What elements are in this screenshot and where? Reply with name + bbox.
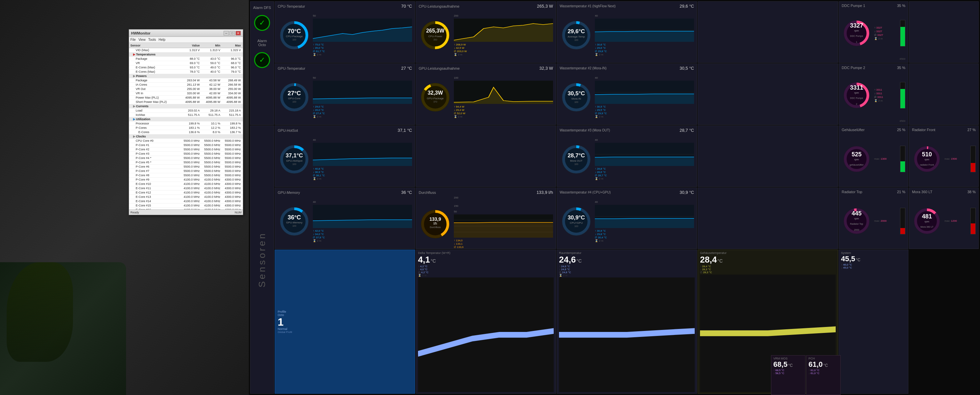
delta-temp-value: 4,1: [418, 255, 430, 265]
hwm-row[interactable]: P-Core #1 5500.0 MHz 5500.0 MHz 5500.0 M…: [129, 143, 243, 147]
gpu-temp-card: GPU-Temperatur 27 °C 27°C GPU-Core 100 5…: [275, 64, 415, 125]
cpu-power-header: CPU-Leistungsaufnahme 265,3 W: [419, 4, 553, 9]
gpu-power-body: 32,3W GPU-Package 370 100 ↑ 94,4 W ↓ 29,…: [419, 72, 553, 123]
hwm-row[interactable]: E-Core #15 4100.0 MHz 4100.0 MHz 4300.0 …: [129, 204, 243, 208]
hwm-row[interactable]: E-Core #14 4100.0 MHz 4100.0 MHz 4300.0 …: [129, 199, 243, 204]
hwmonitor-menubar: File View Tools Help: [129, 37, 243, 43]
durchfluss-card: Durchfluss 133,9 l/h 133,9 l/h Durchflus…: [416, 188, 556, 249]
svg-text:100: 100: [292, 100, 296, 103]
hwm-row[interactable]: P-Core #2 5500.0 MHz 5500.0 MHz 5500.0 M…: [129, 147, 243, 152]
hwm-row[interactable]: P-Core #8 5500.0 MHz 5500.0 MHz 5500.0 M…: [129, 173, 243, 178]
hwm-row[interactable]: E-Core #11 4100.0 MHz 4100.0 MHz 4300.0 …: [129, 186, 243, 191]
close-button[interactable]: ✕: [235, 31, 241, 35]
menu-view[interactable]: View: [138, 38, 146, 41]
water1-card: Wassertemperatur #1 (highFlow Next) 29,6…: [557, 1, 697, 63]
water3-body: 28,7°C Mora OUT 100 40 ↑ 28,8 °C ↓ 28,6 …: [560, 134, 694, 185]
hwm-row[interactable]: Package 88.0 °C 43.0 °C 96.0 °C: [129, 57, 243, 61]
radiator-front-stats: max: 1500: [945, 157, 968, 160]
gpu-memory-legend: ↑ 42,0 °C ↓ 34,0 °C ∅ 37,9 °C ⌛ 2 m: [313, 229, 412, 242]
hwm-row[interactable]: Package 263.04 W 43.58 W 268.49 W: [129, 78, 243, 83]
hwmonitor-controls[interactable]: ─ □ ✕: [224, 31, 241, 35]
gehaeuse-text: 525 rpm gehäuselüfter: [850, 151, 864, 167]
hwm-row[interactable]: VR 69.0 °C 59.0 °C 68.0 °C: [129, 61, 243, 65]
water1-gauge: 29,6°C Average-Temp 100: [560, 19, 593, 52]
mora360-stats: max: 1200: [945, 220, 968, 222]
svg-text:Mora OUT: Mora OUT: [570, 159, 582, 162]
menu-file[interactable]: File: [130, 38, 136, 41]
hwm-row[interactable]: Load 203.02 A 29.18 A 215.18 A: [129, 108, 243, 113]
minimize-button[interactable]: ─: [224, 31, 229, 35]
cpu-power-title: CPU-Leistungsaufnahme: [419, 4, 460, 8]
hwm-row[interactable]: VID (Max) 1.313 V 1.313 V 1.315 V: [129, 48, 243, 53]
hwm-row[interactable]: E-Core #12 4100.0 MHz 4100.0 MHz 4300.0 …: [129, 191, 243, 195]
alarm-octo-indicator: ✓: [254, 52, 270, 68]
col-value: Value: [180, 44, 201, 47]
radiator-front-header: Radiator Front 27 %: [912, 128, 976, 132]
alarm-dfs-indicator: ✓: [254, 15, 270, 31]
menu-help[interactable]: Help: [159, 38, 165, 41]
hwm-row[interactable]: E-Cores (Max) 78.0 °C 40.0 °C 79.0 °C: [129, 70, 243, 74]
radiator-front-text: 510 rpm radiator Front: [920, 151, 934, 167]
water2-title: Wassertemperatur #2 (Mora-IN): [560, 66, 606, 70]
gehaeuse-card: Gehäuselüfter 25 % 525 rpm gehäuselüfter: [839, 126, 908, 187]
menu-tools[interactable]: Tools: [148, 38, 156, 41]
hwm-row[interactable]: VR Out 255.00 W 38.00 W 255.00 W: [129, 87, 243, 91]
hwm-row[interactable]: E-Core #13 4100.0 MHz 4100.0 MHz 4300.0 …: [129, 195, 243, 199]
svg-marker-87: [454, 222, 553, 238]
hwm-row[interactable]: P-Core #4 * 5500.0 MHz 5500.0 MHz 5500.0…: [129, 156, 243, 160]
hwm-row[interactable]: IccMax 511.75 A 511.75 A 511.75 A: [129, 113, 243, 117]
mora360-gauge: 481 rpm Mora 360 LT: [912, 206, 942, 236]
water4-gauge: 30,9°C CPU+GPU 100: [560, 205, 593, 238]
hwm-row[interactable]: ▶Currents: [129, 104, 243, 108]
hwm-row[interactable]: E-Core #10 4100.0 MHz 4100.0 MHz 4300.0 …: [129, 182, 243, 186]
hwm-row[interactable]: ▶Powers: [129, 74, 243, 78]
radiator-front-bar: [970, 146, 976, 172]
radiator-top-text: 445 rpm Radiator Top 2000: [849, 210, 864, 232]
hwm-row[interactable]: E-Cores 136.6 % 8.0 % 136.7 %: [129, 130, 243, 134]
hwm-row[interactable]: P-Core #3 5500.0 MHz 5500.0 MHz 5500.0 M…: [129, 152, 243, 156]
profile-card[interactable]: Profile Octo 1 Normal Global Profil: [275, 250, 415, 394]
svg-text:GPU-Core: GPU-Core: [288, 97, 301, 100]
hwm-row[interactable]: VR In 320.00 W 42.00 W 334.00 W: [129, 91, 243, 96]
svg-text:133,9: 133,9: [429, 217, 441, 222]
row4-col5: [698, 188, 838, 249]
svg-text:GPU-Package: GPU-Package: [426, 97, 444, 100]
hwm-row[interactable]: Short Power Max (PL2) 4095.88 W 4095.88 …: [129, 100, 243, 104]
room-temp-card: Raumtemperatur 24,6 °C ↑ 24,6 °C ↓ 24,6 …: [557, 250, 697, 394]
water3-card: Wassertemperatur #3 (Mora OUT) 28,7 °C 2…: [557, 126, 697, 187]
gpu-memory-value: 36 °C: [401, 190, 412, 195]
svg-text:36°C: 36°C: [288, 214, 301, 221]
gpu-memory-body: 36°C GPU-Memory 100 40 ↑ 42,0 °C ↓ 34,0 …: [278, 196, 412, 247]
svg-text:100: 100: [292, 163, 296, 165]
hwm-row[interactable]: ▶Utilization: [129, 117, 243, 121]
hwm-row[interactable]: P-Cores 183.1 % 12.2 % 183.2 %: [129, 126, 243, 130]
water2-card: Wassertemperatur #2 (Mora-IN) 30,5 °C 30…: [557, 64, 697, 125]
hwm-row[interactable]: E-Cores (Max) 93.0 °C 49.0 °C 96.0 °C: [129, 65, 243, 70]
sensoren-label-container: Sensoren: [250, 126, 274, 394]
restore-button[interactable]: □: [229, 31, 235, 35]
hwm-row[interactable]: P-Core #9 4100.0 MHz 4100.0 MHz 4300.0 M…: [129, 178, 243, 182]
pch-title: PCH: [808, 357, 838, 360]
radiator-top-bar: [900, 208, 905, 234]
hwmonitor-window[interactable]: HWMonitor ─ □ ✕ File View Tools Help Sen…: [129, 29, 243, 215]
hwmonitor-content[interactable]: VID (Max) 1.313 V 1.313 V 1.315 V ▶Tempe…: [129, 48, 243, 214]
cpu-temp-body: 70°C CPU-Package 100 50 ↑ 75,0 °C ↓ 35,0…: [278, 10, 412, 61]
system-value: 45,5: [841, 255, 855, 263]
svg-text:100: 100: [292, 225, 296, 227]
hwm-row[interactable]: IA Cores 261.13 W 42.12 W 266.58 W: [129, 83, 243, 87]
alarm-column: Alarm DFS ✓ Alarm Octo ✓: [250, 1, 274, 125]
hwm-row[interactable]: P-Core #5 * 5500.0 MHz 5500.0 MHz 5500.0…: [129, 160, 243, 165]
hwm-row[interactable]: P-Core #6 5500.0 MHz 5500.0 MHz 5500.0 M…: [129, 165, 243, 169]
hwm-row[interactable]: P-Core #7 5500.0 MHz 5500.0 MHz 5500.0 M…: [129, 169, 243, 173]
svg-marker-64: [595, 157, 694, 166]
hwm-row[interactable]: ▶Temperatures: [129, 53, 243, 57]
hwm-row[interactable]: CPU Core #0 5500.0 MHz 5500.0 MHz 5500.0…: [129, 139, 243, 143]
cpu-power-gauge: 265,3W CPU-Power 350: [419, 19, 452, 52]
hwm-row[interactable]: ▶Clocks: [129, 134, 243, 139]
room-temp-title: Raumtemperatur: [559, 251, 695, 255]
gpu-power-title: GPU-Leistungsaufnahme: [419, 66, 460, 70]
hwm-row[interactable]: Power Max (PL1) 4095.88 W 4095.88 W 4095…: [129, 96, 243, 100]
hwm-row[interactable]: Processor 199.8 % 10.1 % 199.8 %: [129, 121, 243, 126]
ddc1-stats: ↑ 3327 ↓ 3327 ∅ 3327 ⌛ 2 m: [874, 26, 897, 40]
ddc2-body: 3311 rpm DDC Pumpe 2 ↑ 3311 ↓ 3311 ∅ 331…: [842, 71, 905, 119]
